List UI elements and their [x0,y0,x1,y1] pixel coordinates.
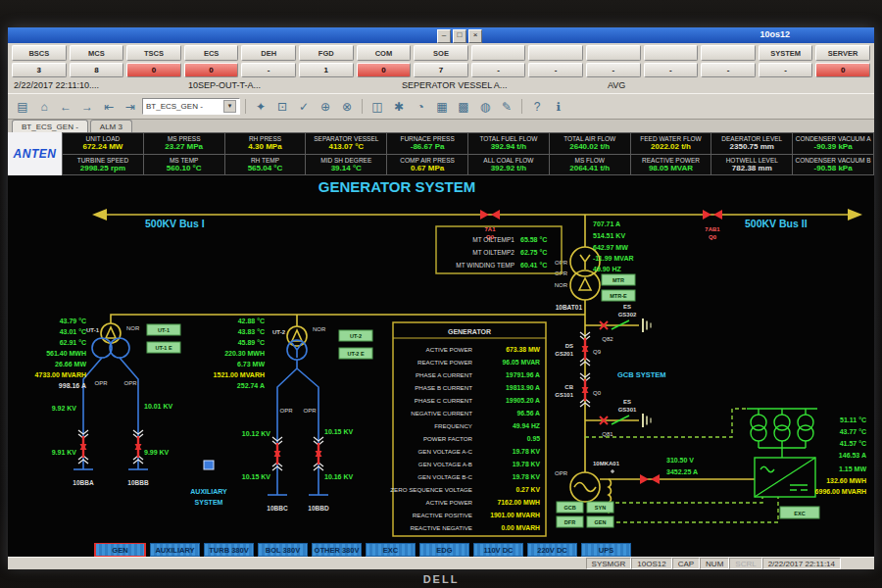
cb-gs101-q: Q0 [593,390,602,396]
display-selector-dropdown[interactable]: BT_ECS_GEN - ▾ [142,98,240,115]
home-icon[interactable]: ⌂ [34,97,54,117]
status-numlock: NUM [700,558,729,569]
alarm-count-server[interactable]: 0 [815,63,870,77]
kpi-value: 2998.25 rpm [80,164,125,172]
sys-button-blank4[interactable] [644,45,699,61]
pen-icon[interactable]: ✎ [497,97,516,117]
schedule-icon[interactable]: ◔ [411,97,430,117]
sys-button-deh[interactable]: DEH [241,45,296,61]
page-tab-bol-380v[interactable]: BOL 380V [258,543,308,557]
unit-transformer-1: UT-1 NOR UT-1 UT-1 E OPR OPR 9.92 KV 10.… [35,318,180,486]
sys-button-server[interactable]: SERVER [815,45,870,61]
alarm-count-blank5[interactable]: - [701,63,756,77]
help-icon[interactable]: ? [527,97,547,117]
alarm-count-deh[interactable]: - [241,63,296,77]
sys-button-blank2[interactable] [528,45,583,61]
page-tab-edg[interactable]: EDG [419,543,469,557]
sys-button-tscs[interactable]: TSCS [126,45,181,61]
globe-icon[interactable]: ◍ [475,97,495,117]
monitor-icon[interactable]: ⊡ [272,97,292,117]
aux-system-button[interactable] [204,461,214,469]
trend-icon[interactable]: ▦ [432,97,452,117]
alarm-count-tscs[interactable]: 0 [126,63,181,77]
sys-button-blank1[interactable] [471,45,526,61]
alarm-count-fgd[interactable]: 1 [299,63,354,77]
panel-row-label: NEGATIVE CURRENT [411,410,472,416]
page-tab-ups[interactable]: UPS [581,543,631,557]
info-icon[interactable]: ℹ [549,97,568,117]
first-page-icon[interactable]: ⇤ [99,97,119,117]
panel-row-label: GEN VOLTAGE B-C [417,473,472,480]
close-icon[interactable]: × [468,29,482,43]
tab-alm[interactable]: ALM 3 [90,120,132,132]
minimize-icon[interactable]: – [437,29,451,43]
vendor-logo: ANTEN [8,132,62,175]
kpi-tile: COMP AIR PRESS0.67 MPa [387,155,467,175]
last-page-icon[interactable]: ⇥ [121,97,140,117]
alarm-count-ecs[interactable]: 0 [184,63,239,77]
page-tab-exc[interactable]: EXC [366,543,416,557]
sys-button-blank3[interactable] [586,45,641,61]
alarm-count-blank4[interactable]: - [644,63,699,77]
mt-device-name: 10BAT01 [556,304,583,311]
page-tab-gen[interactable]: GEN [94,542,146,558]
es-gs301-q: Q81 [602,431,613,437]
back-icon[interactable]: ← [56,97,75,117]
unit-transformer-feed [111,315,585,326]
sys-button-com[interactable]: COM [357,45,412,61]
sys-button-blank5[interactable] [701,45,756,61]
settings-icon[interactable]: ✱ [389,97,409,117]
sys-button-ecs[interactable]: ECS [184,45,239,61]
kpi-value: 392.94 t/h [491,142,526,151]
ut2-stat-1: 42.88 °C [238,318,265,324]
ut1-kv-a-top: 9.92 KV [52,405,77,412]
restore-icon[interactable]: □ [453,29,466,43]
search-icon[interactable]: ✦ [251,97,270,117]
sys-button-system[interactable]: SYSTEM [759,45,813,61]
net-down-icon[interactable]: ⊗ [337,97,357,117]
es-gs301-id: GS301 [618,407,637,413]
panel-row-value: 1901.00 MVARH [490,512,540,518]
page-tab-220v-dc[interactable]: 220V DC [527,543,577,557]
alarm-count-mcs[interactable]: 8 [70,63,124,77]
sys-button-mcs[interactable]: MCS [70,45,124,61]
kpi-tile: MID SH DEGREE39.14 °C [306,155,386,175]
exc-reactive-energy: 6996.00 MVARH [815,488,866,495]
page-tab-auxiliary[interactable]: AUXILIARY [150,543,200,557]
alarm-count-system[interactable]: - [759,63,813,77]
alarm-count-blank1[interactable]: - [471,63,526,77]
page-tab-turb-380v[interactable]: TURB 380V [204,543,254,557]
panel-row-label: PHASE A CURRENT [416,371,472,378]
sys-button-bscs[interactable]: BSCS [12,45,67,61]
sys-button-soe[interactable]: SOE [414,45,468,61]
unit-transformer-2: UT-2 NOR UT-2 UT-2 E OPR OPR 10.12 KV 10… [214,318,372,512]
alarm-count-blank2[interactable]: - [528,63,583,77]
alarm-count-blank3[interactable]: - [586,63,641,77]
page-tab-110v-dc[interactable]: 110V DC [473,543,523,557]
kpi-tile-grid: UNIT LOAD672.24 MW MS PRESS23.27 MPa RH … [62,132,874,175]
forward-icon[interactable]: → [77,97,97,117]
image-icon[interactable]: ▩ [454,97,473,117]
dfr-button-label: DFR [564,519,575,525]
status-scrolllock: SCRL [729,558,761,569]
window-titlebar[interactable]: – □ × 10os12 [8,27,874,43]
ut1-name: UT-1 [86,327,100,333]
chevron-down-icon[interactable]: ▾ [223,100,236,113]
ut1-feeder-b-name: 10BBB [127,479,149,486]
field-dashed-link-1 [609,497,762,503]
confirm-icon[interactable]: ✓ [294,97,314,117]
sys-button-fgd[interactable]: FGD [299,45,354,61]
page-icon[interactable]: ▤ [13,97,32,117]
tab-bt-ecs-gen[interactable]: BT_ECS_GEN - [12,120,88,132]
net-up-icon[interactable]: ⊕ [316,97,335,117]
ut1-kv-a-bottom: 9.91 KV [52,449,77,456]
latest-alarm-row[interactable]: 2/22/2017 22:11:10.... 10SEP-OUT-T-A... … [8,79,874,93]
database-icon[interactable]: ◫ [368,97,387,117]
alarm-count-soe[interactable]: 7 [414,63,468,77]
gcb-switchgear: ES GS302 Q82 DS GS201 Q9 GCB SYSTEM CB G… [555,304,665,437]
alarm-count-bscs[interactable]: 3 [12,63,67,77]
display-selector-value: BT_ECS_GEN - [146,102,203,111]
alarm-count-com[interactable]: 0 [357,63,412,77]
page-tab-other-380v[interactable]: OTHER 380V [312,543,362,557]
status-datetime: 2/22/2017 22:11:14 [762,558,841,569]
